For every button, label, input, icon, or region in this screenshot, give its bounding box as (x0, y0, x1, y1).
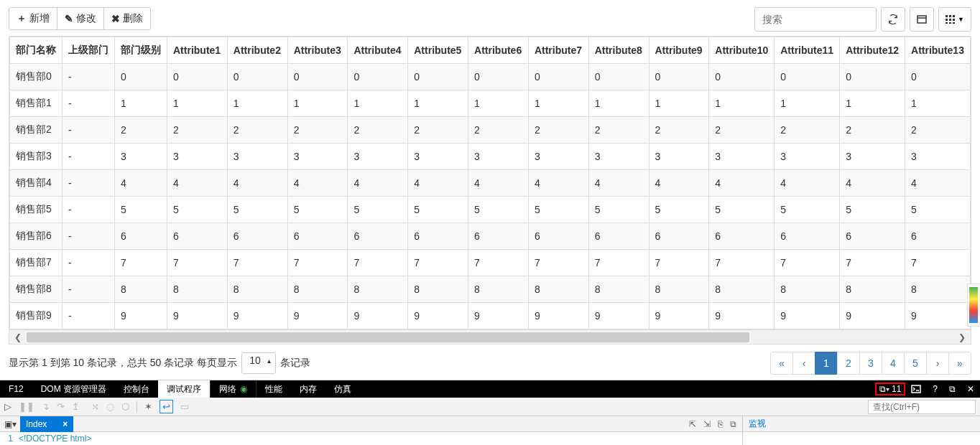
table-row[interactable]: 销售部3-33333333333333 (10, 144, 971, 170)
table-row[interactable]: 销售部0-00000000000000 (10, 64, 971, 90)
edit-button[interactable]: ✎ 修改 (57, 7, 104, 30)
page-4[interactable]: 4 (882, 352, 905, 375)
step-out-button[interactable]: ↥ (72, 401, 80, 412)
tab-emulation[interactable]: 仿真 (325, 380, 360, 398)
col-attr11[interactable]: Attribute11 (775, 37, 840, 64)
just-my-code[interactable]: ▭ (180, 401, 189, 412)
col-dept-name[interactable]: 部门名称 (10, 37, 63, 64)
col-attr8[interactable]: Attribute8 (588, 37, 649, 64)
caret-down-icon: ▼ (958, 16, 964, 23)
horizontal-scrollbar[interactable]: ❮ ❯ (9, 329, 971, 344)
step-into-button[interactable]: ↴ (42, 401, 50, 412)
table-row[interactable]: 销售部2-22222222222222 (10, 117, 971, 144)
refresh-icon (888, 14, 898, 24)
table-row[interactable]: 销售部9-99999999999999 (10, 303, 971, 329)
tab-dom-explorer[interactable]: DOM 资源管理器 (32, 380, 115, 398)
continue-button[interactable]: ▷ (4, 401, 11, 412)
page-last[interactable]: » (948, 352, 971, 375)
tab-memory[interactable]: 内存 (291, 380, 325, 398)
word-wrap[interactable]: ↩ (160, 400, 173, 413)
exception-icon: ◌ (106, 401, 114, 412)
cell: 7 (408, 250, 468, 276)
cell: 0 (528, 64, 588, 90)
tab-network[interactable]: 网络 ◉ (210, 380, 256, 398)
devtools-close[interactable]: ✕ (961, 384, 980, 394)
col-attr6[interactable]: Attribute6 (468, 37, 529, 64)
col-attr13[interactable]: Attribute13 (905, 37, 971, 64)
cell: 6 (528, 223, 588, 250)
col-parent[interactable]: 上级部门 (63, 37, 115, 64)
tab-performance[interactable]: 性能 (256, 380, 291, 398)
tab-console[interactable]: 控制台 (115, 380, 158, 398)
table-row[interactable]: 销售部6-66666666666666 (10, 223, 971, 250)
col-attr5[interactable]: Attribute5 (408, 37, 468, 64)
page-2[interactable]: 2 (837, 352, 860, 375)
tab-debugger[interactable]: 调试程序 (158, 380, 210, 398)
scroll-track[interactable] (27, 332, 953, 342)
grid-icon (946, 15, 956, 24)
col-attr12[interactable]: Attribute12 (840, 37, 905, 64)
watch-header[interactable]: 监视 (743, 416, 980, 432)
page-5[interactable]: 5 (904, 352, 927, 375)
exception-behavior[interactable]: ◌ (106, 401, 114, 412)
close-icon: ✕ (967, 384, 974, 394)
devtools-help[interactable]: ? (927, 384, 943, 394)
break-new-worker[interactable]: ⤭ (91, 401, 99, 412)
col-level[interactable]: 部门级别 (115, 37, 167, 64)
refresh-button[interactable] (881, 7, 905, 32)
table-row[interactable]: 销售部4-44444444444444 (10, 170, 971, 197)
undock-icon: ⧉ (949, 384, 956, 394)
cell: 1 (167, 90, 228, 117)
cell: 2 (775, 117, 840, 144)
col-attr7[interactable]: Attribute7 (528, 37, 588, 64)
table-row[interactable]: 销售部8-88888888888888 (10, 276, 971, 303)
deactivate-bp[interactable]: ⬡ (121, 401, 129, 412)
page-first[interactable]: « (770, 352, 793, 375)
delete-button[interactable]: ✖ 删除 (103, 7, 151, 30)
devtools-console-toggle[interactable] (905, 385, 927, 393)
page-3[interactable]: 3 (859, 352, 882, 375)
col-attr3[interactable]: Attribute3 (287, 37, 348, 64)
code-line[interactable]: 1 <!DOCTYPE html> (0, 432, 742, 444)
source-tool-1[interactable]: ⇱ (689, 419, 696, 429)
file-tab-close[interactable]: × (63, 419, 68, 429)
source-tool-2[interactable]: ⇲ (703, 419, 711, 429)
columns-button[interactable]: ▼ (938, 7, 971, 32)
col-attr1[interactable]: Attribute1 (167, 37, 228, 64)
add-button[interactable]: ＋ 新增 (9, 7, 57, 30)
table-row[interactable]: 销售部5-55555555555555 (10, 197, 971, 223)
pause-button[interactable]: ❚❚ (19, 401, 34, 412)
page-size-select[interactable]: 10 (241, 352, 276, 374)
scroll-right-arrow-icon[interactable]: ❯ (953, 332, 971, 342)
page-1[interactable]: 1 (815, 352, 838, 375)
step-over-button[interactable]: ↷ (57, 401, 65, 412)
col-attr4[interactable]: Attribute4 (348, 37, 408, 64)
source-tool-3[interactable]: ⎘ (718, 419, 723, 429)
scroll-thumb[interactable] (27, 332, 749, 342)
toggle-view-button[interactable] (910, 7, 934, 32)
table-row[interactable]: 销售部7-77777777777777 (10, 250, 971, 276)
cell: 4 (588, 170, 649, 197)
page-prev[interactable]: ‹ (792, 352, 815, 375)
devtools-undock[interactable]: ⧉ (943, 384, 961, 394)
cell: 2 (905, 117, 971, 144)
source-tool-4[interactable]: ⧉ (730, 419, 736, 429)
page-next[interactable]: › (926, 352, 949, 375)
search-input[interactable] (754, 7, 877, 32)
pretty-print[interactable]: ✶ (144, 401, 152, 412)
cell: 4 (468, 170, 529, 197)
breakpoint-count[interactable]: ⧉▾ 11 (875, 383, 905, 395)
step-out-icon: ↥ (72, 401, 80, 412)
col-attr2[interactable]: Attribute2 (227, 37, 287, 64)
col-attr10[interactable]: Attribute10 (709, 37, 775, 64)
cell: 7 (348, 250, 408, 276)
col-attr9[interactable]: Attribute9 (649, 37, 709, 64)
cell: 9 (227, 303, 287, 329)
table-row[interactable]: 销售部1-11111111111111 (10, 90, 971, 117)
file-tab-index[interactable]: Index × (20, 416, 73, 432)
cell: 0 (905, 64, 971, 90)
scroll-left-arrow-icon[interactable]: ❮ (9, 332, 27, 342)
devtools-find-input[interactable] (868, 400, 976, 414)
open-file-button[interactable]: ▣▾ (0, 419, 20, 429)
cell: 2 (649, 117, 709, 144)
